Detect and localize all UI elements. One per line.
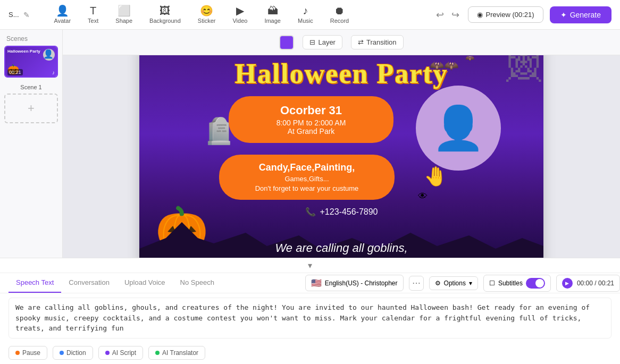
- tab-speech-text[interactable]: Speech Text: [9, 273, 61, 293]
- toolbar-items: 👤 Avatar T Text ⬜ Shape 🖼 Background 😊 S…: [47, 2, 430, 27]
- toolbar-item-background[interactable]: 🖼 Background: [142, 2, 188, 27]
- subtitles-toggle[interactable]: [526, 278, 545, 289]
- canvas-avatar: 👤: [416, 86, 501, 171]
- avatar-icon: 👤: [56, 5, 69, 16]
- more-button[interactable]: ⋯: [409, 276, 424, 291]
- subtitles-control: ☐ Subtitles: [483, 275, 551, 292]
- add-icon: +: [28, 101, 35, 115]
- canvas-wrapper: Halloween Party 🕸 🦇🦇 🦇 🪦 👤 Ocorber 31 8:…: [63, 55, 620, 258]
- undo-redo-group: ↩ ↪: [434, 7, 462, 23]
- canvas-toolbar: ⊟ Layer ⇄ Transition: [63, 30, 620, 55]
- bat-1-decoration: 🦇🦇: [430, 59, 458, 73]
- time-display: 00:00 / 00:21: [577, 280, 614, 287]
- video-icon: ▶: [236, 5, 244, 16]
- options-selector[interactable]: ⚙ Options ▾: [429, 276, 478, 290]
- main-canvas[interactable]: Halloween Party 🕸 🦇🦇 🦇 🪦 👤 Ocorber 31 8:…: [139, 55, 543, 258]
- toolbar-left: S... ✎: [9, 11, 30, 19]
- toolbar-item-music[interactable]: ♪ Music: [290, 2, 321, 27]
- action-ai-script-button[interactable]: AI Script: [98, 346, 143, 360]
- toolbar-item-video[interactable]: ▶ Video: [225, 2, 255, 27]
- language-label: English(US) - Christopher: [325, 280, 398, 287]
- info-line1: Games,Gifts...: [230, 175, 384, 183]
- info-title: Candy,Face,Painting,: [230, 162, 384, 173]
- chevron-down-options-icon: ▾: [469, 280, 472, 287]
- phone-icon: 📞: [305, 207, 316, 217]
- avatar-label: Avatar: [54, 18, 71, 24]
- collapse-button[interactable]: ▾: [0, 258, 620, 273]
- action-diction-button[interactable]: Diction: [53, 346, 93, 360]
- scene-thumb-title: Halloween Party: [7, 49, 40, 54]
- action-pause-button[interactable]: Pause: [9, 346, 47, 360]
- canvas-title: Halloween Party: [234, 58, 448, 89]
- options-icon: ⚙: [435, 280, 441, 287]
- bat-2-decoration: 🦇: [465, 55, 474, 62]
- chevron-down-icon: ▾: [308, 260, 312, 270]
- redo-button[interactable]: ↪: [449, 7, 462, 23]
- undo-button[interactable]: ↩: [434, 7, 446, 23]
- sticker-icon: 😊: [200, 5, 213, 16]
- toolbar-item-text[interactable]: T Text: [80, 2, 106, 27]
- edit-icon[interactable]: ✎: [23, 11, 30, 19]
- info-box: Candy,Face,Painting, Games,Gifts... Don'…: [219, 155, 395, 200]
- layer-icon: ⊟: [309, 38, 315, 46]
- scene-thumb-avatar: 👤: [43, 49, 55, 61]
- date-box: Ocorber 31 8:00 PM to 2:000 AM At Grand …: [229, 96, 393, 143]
- music-label: Music: [298, 18, 313, 24]
- info-line2: Don't forget to wear your custume: [230, 184, 384, 192]
- date-time: 8:00 PM to 2:000 AM: [239, 118, 383, 127]
- toolbar-item-image[interactable]: 🏔 Image: [257, 2, 288, 27]
- preview-icon: ◉: [477, 11, 483, 19]
- bottom-panel: ▾ Speech TextConversationUpload VoiceNo …: [0, 258, 620, 364]
- color-swatch[interactable]: [279, 35, 294, 50]
- ai-script-dot-icon: [105, 351, 110, 355]
- generate-label: Generate: [570, 11, 601, 19]
- scene-1-label: Scene 1: [0, 82, 62, 94]
- scenes-header: Scenes: [0, 30, 62, 46]
- toolbar-item-shape[interactable]: ⬜ Shape: [108, 2, 140, 27]
- toolbar-item-record[interactable]: ⏺ Record: [323, 2, 356, 27]
- add-scene-button[interactable]: +: [4, 94, 58, 123]
- phone-number: 📞 +123-456-7890: [305, 207, 378, 217]
- toolbar-item-avatar[interactable]: 👤 Avatar: [47, 2, 79, 27]
- tab-no-speech[interactable]: No Speech: [173, 273, 222, 293]
- action-ai-translator-button[interactable]: AI Translator: [148, 346, 205, 360]
- scene-timer: 00:21: [7, 69, 23, 75]
- toolbar-right: ↩ ↪ ◉ Preview (00:21) ✦ Generate: [434, 6, 611, 23]
- preview-label: Preview (00:21): [486, 11, 534, 19]
- preview-button[interactable]: ◉ Preview (00:21): [468, 6, 543, 23]
- ai-script-label: AI Script: [112, 349, 136, 357]
- pause-label: Pause: [22, 349, 40, 357]
- speech-controls: 🇺🇸 English(US) - Christopher ⋯ ⚙ Options…: [305, 275, 620, 292]
- text-label: Text: [88, 18, 98, 24]
- hand-decoration: 🤚: [424, 165, 448, 188]
- music-icon: ♪: [303, 5, 308, 16]
- sidebar: Scenes Halloween Party 👤 🎃 00:21 ♪ Scene…: [0, 30, 63, 258]
- subtitles-label: Subtitles: [498, 280, 523, 287]
- language-selector[interactable]: 🇺🇸 English(US) - Christopher: [305, 275, 404, 291]
- layer-label: Layer: [318, 38, 336, 46]
- background-label: Background: [149, 18, 181, 24]
- sparkle-icon: ✦: [560, 11, 567, 19]
- scene-1-thumbnail[interactable]: Halloween Party 👤 🎃 00:21 ♪: [4, 46, 58, 78]
- bottom-actions: Pause Diction AI Script AI Translator: [0, 343, 620, 364]
- layer-button[interactable]: ⊟ Layer: [303, 35, 342, 49]
- tab-conversation[interactable]: Conversation: [61, 273, 117, 293]
- play-control[interactable]: ▶ 00:00 / 00:21: [556, 275, 620, 292]
- play-icon: ▶: [562, 278, 573, 289]
- toolbar-item-sticker[interactable]: 😊 Sticker: [190, 2, 223, 27]
- ai-translator-label: AI Translator: [162, 349, 198, 357]
- canvas-subtitle: We are calling all goblins,: [275, 241, 407, 255]
- date-location: At Grand Park: [239, 127, 383, 136]
- eyeball-decoration: 👁: [418, 191, 428, 202]
- options-label: Options: [444, 280, 466, 287]
- background-icon: 🖼: [160, 5, 170, 16]
- project-name: S...: [9, 11, 19, 19]
- speech-textarea[interactable]: [9, 298, 611, 338]
- transition-button[interactable]: ⇄ Transition: [351, 35, 404, 49]
- shape-label: Shape: [115, 18, 132, 24]
- diction-label: Diction: [66, 349, 86, 357]
- generate-button[interactable]: ✦ Generate: [550, 6, 611, 23]
- main-area: Scenes Halloween Party 👤 🎃 00:21 ♪ Scene…: [0, 30, 620, 258]
- shape-icon: ⬜: [118, 5, 131, 16]
- tab-upload-voice[interactable]: Upload Voice: [117, 273, 173, 293]
